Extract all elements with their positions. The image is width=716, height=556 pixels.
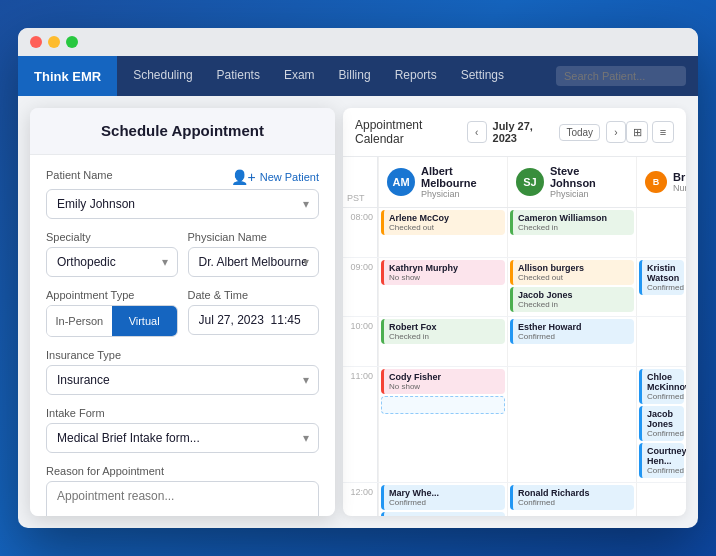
calendar-date: July 27, 2023: [493, 120, 554, 144]
brian-info: Brian Nurse: [673, 171, 686, 193]
physician-col: Physician Name Dr. Albert Melbourne: [188, 231, 320, 277]
cal-view-buttons: ⊞ ≡: [626, 121, 674, 143]
form-body: Patient Name 👤+ New Patient Emily Johnso…: [30, 155, 335, 516]
datetime-col: Date & Time: [188, 289, 320, 337]
appt-ronald[interactable]: Ronald Richards Confirmed: [510, 485, 634, 510]
appt-type-toggle: In-Person Virtual: [46, 305, 178, 337]
cell-09-3: Kristin Watson Confirmed: [636, 258, 686, 316]
physician-select-wrapper: Dr. Albert Melbourne: [188, 247, 320, 277]
steve-role: Physician: [550, 189, 628, 199]
nav-item-billing[interactable]: Billing: [327, 56, 383, 96]
nav-brand: Think EMR: [18, 56, 117, 96]
cell-12-3: [636, 483, 686, 516]
time-label-10: 10:00: [343, 317, 378, 366]
nav-items: Scheduling Patients Exam Billing Reports…: [121, 56, 516, 96]
albert-info: Albert Melbourne Physician: [421, 165, 499, 199]
appt-cameron-w[interactable]: Cameron Williamson Checked in: [510, 210, 634, 235]
specialty-physician-row: Specialty Orthopedic Physician Name Dr. …: [46, 231, 319, 277]
steve-name: Steve Johnson: [550, 165, 628, 189]
patient-name-label: Patient Name: [46, 169, 113, 181]
search-input[interactable]: [556, 66, 686, 86]
specialty-col: Specialty Orthopedic: [46, 231, 178, 277]
grid-view-button[interactable]: ⊞: [626, 121, 648, 143]
cell-10-1: Robert Fox Checked in: [378, 317, 507, 366]
reason-label: Reason for Appointment: [46, 465, 319, 477]
form-header: Schedule Appointment: [30, 108, 335, 155]
next-day-button[interactable]: ›: [606, 121, 626, 143]
today-button[interactable]: Today: [559, 124, 600, 141]
appt-jacob-j[interactable]: Jacob Jones Checked in: [510, 287, 634, 312]
reason-textarea[interactable]: [46, 481, 319, 516]
specialty-select[interactable]: Orthopedic: [46, 247, 178, 277]
physician-select[interactable]: Dr. Albert Melbourne: [188, 247, 320, 277]
cell-08-2: Cameron Williamson Checked in: [507, 208, 636, 257]
cell-08-1: Arlene McCoy Checked out: [378, 208, 507, 257]
patient-select[interactable]: Emily Johnson: [46, 189, 319, 219]
time-label-08: 08:00: [343, 208, 378, 257]
physician-brian: B Brian Nurse: [636, 157, 686, 207]
appt-allison[interactable]: Allison burgers Checked out: [510, 260, 634, 285]
nav-item-settings[interactable]: Settings: [449, 56, 516, 96]
physician-albert: AM Albert Melbourne Physician: [378, 157, 507, 207]
appt-dashed: [381, 396, 505, 414]
appt-cameron-w2[interactable]: Cameron Williamson Confirmed: [381, 512, 505, 516]
appt-cody[interactable]: Cody Fisher No show: [381, 369, 505, 394]
insurance-label: Insurance Type: [46, 349, 319, 361]
prev-day-button[interactable]: ‹: [467, 121, 487, 143]
albert-role: Physician: [421, 189, 499, 199]
insurance-select[interactable]: Insurance: [46, 365, 319, 395]
cell-10-2: Esther Howard Confirmed: [507, 317, 636, 366]
specialty-select-wrapper: Orthopedic: [46, 247, 178, 277]
brian-name: Brian: [673, 171, 686, 183]
albert-avatar: AM: [387, 168, 415, 196]
datetime-input[interactable]: [188, 305, 320, 335]
in-person-button[interactable]: In-Person: [47, 306, 112, 336]
time-row-12: 12:00 Mary Whe... Confirmed Cameron Will…: [343, 483, 686, 516]
cell-11-1: Cody Fisher No show: [378, 367, 507, 482]
cell-09-2: Allison burgers Checked out Jacob Jones …: [507, 258, 636, 316]
appt-kathryn[interactable]: Kathryn Murphy No show: [381, 260, 505, 285]
albert-name: Albert Melbourne: [421, 165, 499, 189]
appt-mary[interactable]: Mary Whe... Confirmed: [381, 485, 505, 510]
time-row-11: 11:00 Cody Fisher No show Chloe McKinnow…: [343, 367, 686, 483]
browser-dots: [30, 36, 686, 48]
physician-label: Physician Name: [188, 231, 320, 243]
dot-yellow[interactable]: [48, 36, 60, 48]
appt-arlene[interactable]: Arlene McCoy Checked out: [381, 210, 505, 235]
insurance-row: Insurance Type Insurance: [46, 349, 319, 395]
appt-chloe[interactable]: Chloe McKinnow Confirmed: [639, 369, 684, 404]
nav-item-reports[interactable]: Reports: [383, 56, 449, 96]
list-view-button[interactable]: ≡: [652, 121, 674, 143]
cell-11-2: [507, 367, 636, 482]
patient-select-wrapper: Emily Johnson: [46, 189, 319, 219]
new-patient-icon: 👤+: [231, 169, 256, 185]
time-label-09: 09:00: [343, 258, 378, 316]
virtual-button[interactable]: Virtual: [112, 306, 177, 336]
physician-header: PST AM Albert Melbourne Physician SJ Ste…: [343, 157, 686, 208]
pst-label: PST: [343, 157, 378, 207]
cell-12-1: Mary Whe... Confirmed Cameron Williamson…: [378, 483, 507, 516]
dot-red[interactable]: [30, 36, 42, 48]
datetime-label: Date & Time: [188, 289, 320, 301]
cell-12-2: Ronald Richards Confirmed: [507, 483, 636, 516]
appt-jacob-j2[interactable]: Jacob Jones Confirmed: [639, 406, 684, 441]
appt-kristin[interactable]: Kristin Watson Confirmed: [639, 260, 684, 295]
specialty-label: Specialty: [46, 231, 178, 243]
steve-avatar: SJ: [516, 168, 544, 196]
calendar-nav: ‹ July 27, 2023 Today ›: [467, 120, 626, 144]
appt-esther[interactable]: Esther Howard Confirmed: [510, 319, 634, 344]
brian-role: Nurse: [673, 183, 686, 193]
intake-select-wrapper: Medical Brief Intake form...: [46, 423, 319, 453]
nav-item-patients[interactable]: Patients: [205, 56, 272, 96]
dot-green[interactable]: [66, 36, 78, 48]
intake-select[interactable]: Medical Brief Intake form...: [46, 423, 319, 453]
nav-item-exam[interactable]: Exam: [272, 56, 327, 96]
new-patient-button[interactable]: 👤+ New Patient: [231, 169, 320, 185]
top-nav: Think EMR Scheduling Patients Exam Billi…: [18, 56, 698, 96]
appt-courtney[interactable]: Courtney Hen... Confirmed: [639, 443, 684, 478]
appt-type-label: Appointment Type: [46, 289, 178, 301]
nav-item-scheduling[interactable]: Scheduling: [121, 56, 204, 96]
time-row-10: 10:00 Robert Fox Checked in Esther Howar…: [343, 317, 686, 367]
calendar-header: Appointment Calendar ‹ July 27, 2023 Tod…: [343, 108, 686, 157]
appt-robert[interactable]: Robert Fox Checked in: [381, 319, 505, 344]
